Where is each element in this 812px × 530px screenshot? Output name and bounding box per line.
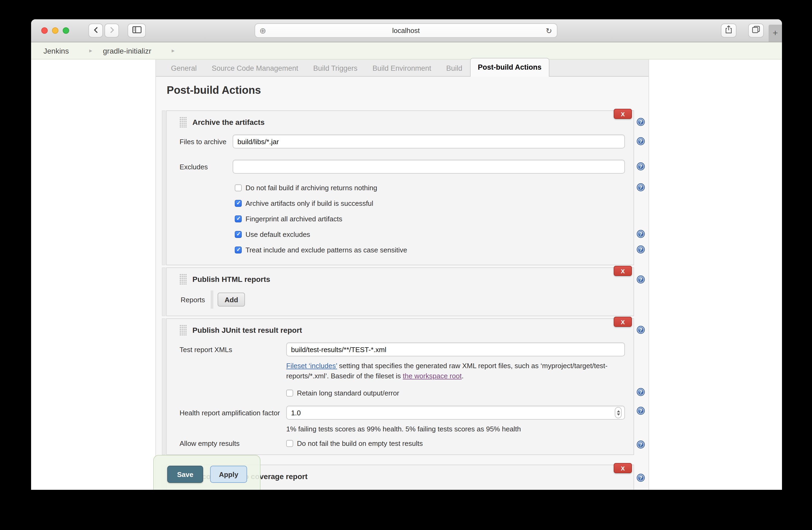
use-default-excludes-checkbox[interactable] — [235, 231, 242, 238]
help-icon[interactable]: ? — [637, 162, 645, 171]
nav-buttons — [88, 24, 146, 38]
files-to-archive-label: Files to archive — [179, 137, 233, 146]
do-not-fail-build-checkbox[interactable] — [235, 185, 242, 191]
drag-handle-icon[interactable] — [179, 117, 187, 128]
checkbox-row: Archive artifacts only if build is succe… — [235, 196, 625, 211]
section-title: Publish HTML reports — [192, 275, 270, 283]
new-tab-button[interactable]: + — [769, 25, 782, 42]
config-tabs: General Source Code Management Build Tri… — [156, 59, 649, 77]
close-window-button[interactable] — [41, 27, 48, 34]
allow-empty-results-label: Allow empty results — [179, 439, 286, 447]
case-sensitive-patterns-checkbox[interactable] — [235, 247, 242, 253]
drag-handle-icon[interactable] — [179, 325, 187, 336]
minimize-window-button[interactable] — [52, 27, 58, 34]
sidebar-icon — [132, 26, 141, 35]
titlebar-right-buttons: + — [721, 19, 782, 42]
test-report-xmls-input[interactable]: build/test-results/**/TEST-*.xml — [286, 342, 625, 356]
post-build-sections: X Archive the artifacts Files to archive… — [162, 111, 649, 490]
help-icon[interactable]: ? — [637, 137, 645, 145]
help-icon[interactable]: ? — [637, 326, 645, 334]
remove-html-reports-section-button[interactable]: X — [614, 266, 632, 276]
drag-handle-icon[interactable] — [179, 274, 187, 284]
help-icon[interactable]: ? — [637, 441, 645, 448]
checkbox-row: Do not fail build if archiving returns n… — [235, 180, 625, 196]
help-icon[interactable]: ? — [637, 183, 645, 191]
reports-label: Reports — [180, 296, 211, 304]
help-icon[interactable]: ? — [637, 474, 645, 482]
do-not-fail-on-empty-checkbox[interactable] — [286, 440, 293, 447]
divider — [211, 291, 213, 309]
back-button[interactable] — [88, 24, 103, 38]
help-icon[interactable]: ? — [637, 388, 645, 396]
checkbox-row: Use default excludes — [235, 227, 625, 242]
section-publish-junit-report: X Publish JUnit test result report Test … — [162, 318, 644, 455]
save-apply-overlay: Save Apply — [153, 455, 260, 490]
remove-coverage-section-button[interactable]: X — [614, 463, 632, 473]
help-icon[interactable]: ? — [637, 276, 645, 283]
tab-post-build-actions[interactable]: Post-build Actions — [470, 58, 550, 77]
breadcrumb-job[interactable]: gradle-initializr — [103, 46, 151, 55]
help-icon[interactable]: ? — [637, 118, 645, 126]
sidebar-toggle-button[interactable] — [128, 24, 146, 38]
forward-button[interactable] — [104, 24, 119, 38]
add-report-button[interactable]: Add — [218, 293, 245, 307]
workspace-root-link[interactable]: the workspace root — [403, 372, 462, 380]
window-controls — [41, 27, 69, 34]
show-tabs-button[interactable] — [748, 24, 764, 38]
health-factor-label: Health report amplification factor — [179, 409, 286, 417]
back-icon — [93, 26, 98, 35]
remove-archive-section-button[interactable]: X — [614, 109, 632, 119]
forward-icon — [110, 26, 114, 35]
help-icon[interactable]: ? — [637, 407, 645, 415]
chevron-right-icon: ▸ — [172, 47, 175, 54]
url-text: localhost — [266, 27, 546, 34]
checkbox-row: Treat include and exclude patterns as ca… — [235, 242, 625, 258]
browser-titlebar: ⊕ localhost ↻ + — [31, 19, 782, 42]
share-button[interactable] — [721, 24, 736, 38]
fingerprint-artifacts-checkbox[interactable] — [235, 216, 242, 222]
archive-only-if-successful-checkbox[interactable] — [235, 200, 242, 207]
tabs-overview-icon — [752, 26, 760, 35]
stepper-up-icon — [617, 410, 620, 412]
health-factor-note: 1% failing tests scores as 99% health. 5… — [286, 425, 625, 433]
section-title: Publish JUnit test result report — [192, 326, 302, 334]
drag-stripe[interactable] — [162, 318, 165, 455]
save-button[interactable]: Save — [167, 466, 203, 483]
breadcrumb: Jenkins ▸ gradle-initializr ▸ — [31, 42, 782, 59]
zoom-window-button[interactable] — [63, 27, 69, 34]
page-title: Post-build Actions — [167, 84, 649, 97]
drag-stripe[interactable] — [162, 111, 165, 265]
tab-source-code-management[interactable]: Source Code Management — [204, 61, 306, 76]
tab-build-triggers[interactable]: Build Triggers — [306, 61, 365, 76]
health-factor-input[interactable]: 1.0 — [286, 406, 625, 419]
address-bar[interactable]: ⊕ localhost ↻ — [255, 23, 557, 38]
config-panel: General Source Code Management Build Tri… — [156, 59, 649, 490]
excludes-label: Excludes — [179, 163, 233, 171]
excludes-input[interactable] — [233, 160, 625, 174]
tab-general[interactable]: General — [163, 61, 204, 76]
number-stepper[interactable] — [615, 407, 622, 418]
test-report-xmls-label: Test report XMLs — [179, 345, 286, 353]
checkbox-row: Fingerprint all archived artifacts — [235, 211, 625, 227]
page-body: General Source Code Management Build Tri… — [31, 59, 782, 490]
reader-icon[interactable]: ⊕ — [259, 27, 266, 34]
help-icon[interactable]: ? — [637, 246, 645, 253]
tab-build[interactable]: Build — [439, 61, 470, 76]
retain-long-output-checkbox[interactable] — [286, 389, 293, 396]
stepper-down-icon — [617, 413, 620, 415]
plus-icon: + — [773, 28, 778, 39]
fileset-help-text: Fileset ‘includes’ setting that specifie… — [286, 360, 632, 381]
drag-stripe[interactable] — [162, 267, 165, 316]
section-publish-html-reports: X Publish HTML reports Reports Add — [162, 267, 644, 316]
files-to-archive-input[interactable]: build/libs/*.jar — [233, 134, 625, 148]
tab-build-environment[interactable]: Build Environment — [365, 61, 439, 76]
section-title: Archive the artifacts — [192, 118, 264, 127]
fileset-includes-link[interactable]: Fileset ‘includes’ — [286, 362, 337, 370]
breadcrumb-jenkins[interactable]: Jenkins — [43, 46, 69, 55]
apply-button[interactable]: Apply — [210, 466, 247, 483]
share-icon — [725, 25, 732, 36]
refresh-icon[interactable]: ↻ — [546, 27, 552, 34]
browser-window: ⊕ localhost ↻ + Jenkins ▸ gradle-initial… — [31, 19, 782, 490]
remove-junit-section-button[interactable]: X — [614, 317, 632, 327]
help-icon[interactable]: ? — [637, 230, 645, 238]
